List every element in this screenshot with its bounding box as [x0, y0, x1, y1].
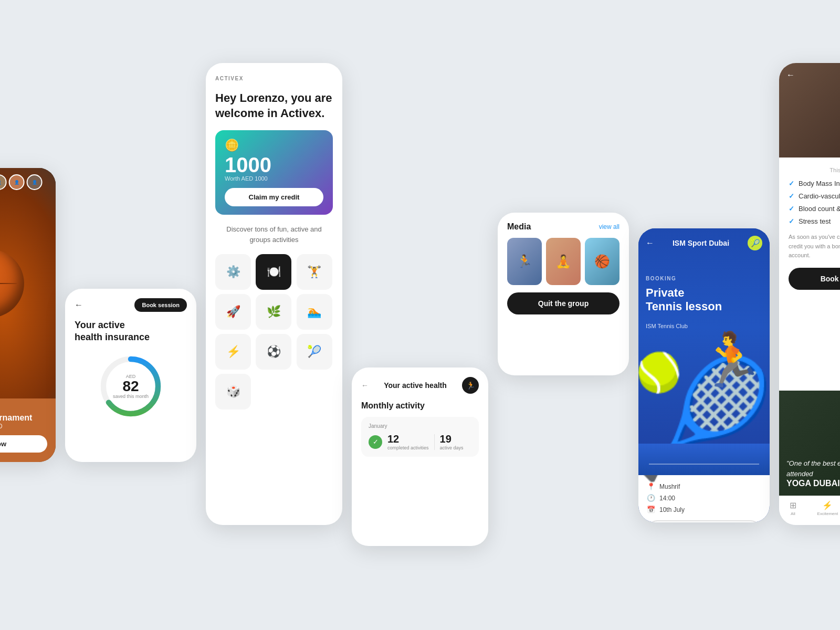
snapshot-body: This includes: ✓ Body Mass Index ✓ Cardi… [779, 158, 840, 391]
activity-icon-1[interactable]: ⚙️ [215, 254, 251, 290]
grid-icon: ⊞ [790, 500, 796, 510]
nike-brand-label: Nike [0, 406, 47, 412]
activex-brand: ACTIVEX [215, 76, 333, 81]
bottom-navigation: ⊞ All ⚡ Excitement 🏷️ Deals ▶ Journal [779, 496, 840, 525]
clock-icon: 🕐 [647, 494, 655, 502]
activities-grid: ⚙️ 🍽️ 🏋️ 🚀 🌿 🏊 ⚡ ⚽ 🎾 🎲 [215, 254, 333, 410]
book-session-button[interactable]: Book session [134, 298, 187, 312]
book-now-button[interactable]: Book now [0, 435, 47, 453]
snapshot-description: As soon as you've completed your a... we… [789, 233, 840, 260]
media-thumb-3: 🏀 [585, 238, 620, 285]
court-stripe [649, 464, 759, 465]
nav-all[interactable]: ⊞ All [790, 500, 796, 521]
nike-hero: ✓ × 👤 👤 👤 👤 👤 [0, 168, 56, 398]
check-icon-1: ✓ [789, 180, 794, 187]
tennis-back-arrow[interactable]: ← [646, 238, 654, 248]
completed-count: 12 [387, 433, 429, 445]
card-media: Media view all 🏃 🧘 🏀 Quit the group [498, 213, 629, 375]
snapshot-item-label-2: Cardio-vascular stren... [799, 192, 840, 200]
credits-worth: Worth AED 1000 [225, 175, 323, 182]
check-icon-4: ✓ [789, 217, 794, 225]
snapshot-item-2: ✓ Cardio-vascular stren... [789, 192, 840, 200]
completed-check-icon: ✓ [369, 435, 382, 449]
active-days-label: active days [440, 445, 464, 450]
media-thumb-2: 🧘 [546, 238, 581, 285]
card-nike: ✓ × 👤 👤 👤 👤 👤 Nike 3v3 NBA Tournament 70… [0, 168, 56, 462]
yoga-quote: "One of the best even... I've ever atten… [786, 458, 840, 479]
snapshot-item-4: ✓ Stress test [789, 217, 840, 225]
calendar-icon: 📅 [647, 506, 655, 513]
ah-back-arrow[interactable]: ← [361, 381, 369, 390]
snapshot-item-3: ✓ Blood count & vitamins [789, 205, 840, 213]
snapshot-hero: ← 🧑 Health Snapshot [779, 63, 840, 158]
active-days-count: 19 [440, 433, 464, 445]
tennis-details: 📍 Mushrif 🕐 14:00 📅 10th July Place a co… [638, 475, 770, 522]
yoga-card: "One of the best even... I've ever atten… [779, 391, 840, 496]
basketball-graphic [0, 249, 24, 318]
credits-icon: 🪙 [225, 139, 323, 152]
time-detail: 🕐 14:00 [647, 494, 761, 502]
activity-icon-6[interactable]: 🏊 [297, 294, 332, 330]
avatars-row: 👤 👤 👤 👤 👤 [0, 174, 43, 190]
date-value: 10th July [659, 506, 685, 513]
claim-credit-button[interactable]: Claim my credit [225, 188, 323, 206]
completed-stat: 12 completed activities [387, 433, 429, 450]
date-detail: 📅 10th July [647, 506, 761, 513]
tennis-venue: ISM Sport Dubai [673, 239, 729, 247]
place-comment-button[interactable]: Place a comment [647, 520, 761, 522]
card-insurance: ← Book session Your active health insura… [65, 289, 196, 462]
discover-text: Discover tons of fun, active and groups … [215, 224, 333, 245]
ah-section-title: Monthly activity [361, 401, 479, 411]
time-value: 14:00 [659, 495, 675, 502]
ah-icon: 🏃 [462, 377, 479, 394]
quit-group-button[interactable]: Quit the group [507, 292, 620, 314]
nav-all-label: All [791, 511, 795, 516]
avatar-4: 👤 [9, 174, 25, 190]
insurance-header: ← Book session [75, 298, 187, 312]
activity-icon-8[interactable]: ⚽ [256, 334, 291, 370]
stat-divider [434, 434, 435, 450]
media-header: Media view all [507, 222, 620, 232]
activity-icon-5[interactable]: 🌿 [256, 294, 291, 330]
activity-icon-7[interactable]: ⚡ [215, 334, 251, 370]
active-health-header: ← Your active health 🏃 [361, 377, 479, 394]
activity-icon-2[interactable]: 🍽️ [256, 254, 291, 290]
avatar-3: 👤 [0, 174, 7, 190]
activity-icon-10[interactable]: 🎲 [215, 374, 251, 410]
tennis-content: BOOKING Private Tennis lesson ISM Tennis… [638, 255, 770, 475]
nav-excitement[interactable]: ⚡ Excitement [817, 500, 838, 521]
snapshot-item-label-4: Stress test [799, 217, 831, 225]
savings-amount: 82 [113, 379, 149, 394]
back-arrow-icon[interactable]: ← [75, 300, 83, 310]
savings-ring: AED 82 saved this month [75, 352, 187, 421]
event-title: 3v3 NBA Tournament [0, 413, 47, 423]
activity-icon-4[interactable]: 🚀 [215, 294, 251, 330]
ring-center-content: AED 82 saved this month [113, 374, 149, 399]
excitement-icon: ⚡ [822, 500, 833, 510]
ah-title: Your active health [384, 381, 447, 390]
book-spot-button[interactable]: Book your spot [789, 268, 840, 290]
card-active-health: ← Your active health 🏃 Monthly activity … [352, 368, 488, 546]
avatar-5: 👤 [27, 174, 43, 190]
activity-month-card: January ✓ 12 completed activities 19 act… [361, 417, 479, 457]
snapshot-item-label-3: Blood count & vitamins [799, 205, 840, 213]
snapshot-items-list: ✓ Body Mass Index ✓ Cardio-vascular stre… [789, 180, 840, 225]
check-icon-3: ✓ [789, 205, 794, 213]
card-snapshot: ← 🧑 Health Snapshot This includes: ✓ Bod… [779, 63, 840, 525]
snapshot-includes-label: This includes: [789, 167, 840, 173]
check-icon-2: ✓ [789, 192, 794, 200]
card-tennis: ← ISM Sport Dubai 🎾 BOOKING Private Tenn… [638, 228, 770, 522]
location-value: Mushrif [659, 483, 680, 490]
insurance-title: Your active health insurance [75, 319, 187, 344]
snapshot-back-arrow[interactable]: ← [786, 70, 795, 80]
media-title: Media [507, 222, 531, 232]
court-line [638, 444, 770, 475]
credits-card: 🪙 1000 Worth AED 1000 Claim my credit [215, 130, 333, 215]
credits-amount: 1000 [225, 154, 323, 175]
tennis-header: ← ISM Sport Dubai 🎾 [638, 228, 770, 255]
basketball-background: ✓ [0, 168, 56, 398]
view-all-link[interactable]: view all [599, 223, 620, 230]
activity-icon-9[interactable]: 🎾 [297, 334, 332, 370]
activity-icon-3[interactable]: 🏋️ [297, 254, 332, 290]
media-thumbnails: 🏃 🧘 🏀 [507, 238, 620, 285]
